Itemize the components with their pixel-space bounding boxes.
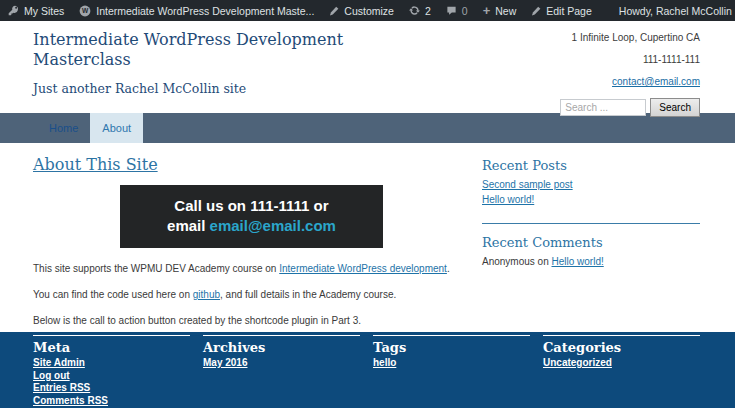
admin-bar: My Sites W Intermediate WordPress Develo… bbox=[0, 0, 735, 21]
recent-post-link[interactable]: Second sample post bbox=[482, 177, 700, 192]
header-info: 1 Infinite Loop, Cupertino CA 111-1111-1… bbox=[560, 32, 700, 117]
paragraph-2: You can find the code used here on githu… bbox=[33, 287, 473, 303]
recent-comments-title: Recent Comments bbox=[482, 235, 700, 250]
plus-icon: + bbox=[483, 6, 491, 16]
footer: Meta Site Admin Log out Entries RSS Comm… bbox=[0, 332, 735, 408]
site-header: Intermediate WordPress Development Maste… bbox=[0, 21, 735, 113]
admin-bar-right: Howdy, Rachel McCollin bbox=[607, 0, 735, 21]
p2-text: You can find the code used here on bbox=[33, 289, 193, 300]
site-title-line2: Masterclass bbox=[33, 50, 131, 69]
footer-link-log-out[interactable]: Log out bbox=[33, 370, 190, 383]
comment-icon bbox=[446, 5, 457, 16]
comment-count: 0 bbox=[462, 5, 468, 17]
cta-line2-prefix: email bbox=[167, 217, 210, 234]
github-link[interactable]: github bbox=[193, 289, 220, 300]
main-nav: Home About bbox=[0, 113, 735, 143]
comment-post-link[interactable]: Hello world! bbox=[552, 256, 604, 267]
page-title[interactable]: About This Site bbox=[33, 155, 158, 174]
footer-column-categories: Categories Uncategorized bbox=[543, 335, 700, 408]
footer-column-archives: Archives May 2016 bbox=[203, 335, 360, 408]
recent-comment: Anonymous on Hello world! bbox=[482, 254, 700, 269]
widget-divider bbox=[482, 223, 700, 224]
footer-link-uncategorized[interactable]: Uncategorized bbox=[543, 357, 700, 370]
footer-categories-title: Categories bbox=[543, 340, 700, 355]
site-name-menu[interactable]: W Intermediate WordPress Development Mas… bbox=[79, 0, 314, 21]
main-area: About This Site Call us on 111-1111 or e… bbox=[0, 143, 735, 332]
footer-column-tags: Tags hello bbox=[373, 335, 530, 408]
page: My Sites W Intermediate WordPress Develo… bbox=[0, 0, 735, 408]
header-email-link[interactable]: contact@email.com bbox=[612, 76, 700, 87]
new-label: New bbox=[495, 5, 516, 17]
search-button[interactable]: Search bbox=[650, 98, 700, 117]
update-count: 2 bbox=[425, 5, 431, 17]
footer-column-meta: Meta Site Admin Log out Entries RSS Comm… bbox=[33, 335, 190, 408]
footer-link-entries-rss[interactable]: Entries RSS bbox=[33, 382, 190, 395]
cta-box: Call us on 111-1111 or email email@email… bbox=[120, 185, 383, 248]
sidebar: Recent Posts Second sample post Hello wo… bbox=[482, 143, 700, 332]
site-title[interactable]: Intermediate WordPress Development Maste… bbox=[33, 30, 343, 70]
admin-bar-left: My Sites W Intermediate WordPress Develo… bbox=[8, 0, 607, 21]
comment-author: Anonymous on bbox=[482, 256, 552, 267]
new-content-menu[interactable]: + New bbox=[483, 0, 517, 21]
recent-posts-title: Recent Posts bbox=[482, 158, 700, 173]
site-name-label: Intermediate WordPress Development Maste… bbox=[96, 5, 314, 17]
my-account-menu[interactable]: Howdy, Rachel McCollin bbox=[619, 0, 735, 21]
edit-page-menu[interactable]: Edit Page bbox=[531, 0, 592, 21]
recent-post-link[interactable]: Hello world! bbox=[482, 192, 700, 207]
paragraph-3: Below is the call to action button creat… bbox=[33, 313, 473, 329]
footer-link-comments-rss[interactable]: Comments RSS bbox=[33, 395, 190, 408]
nav-item-about[interactable]: About bbox=[90, 113, 143, 143]
content-column: About This Site Call us on 111-1111 or e… bbox=[33, 143, 473, 332]
p2-text-after: , and full details in the Academy course… bbox=[220, 289, 396, 300]
footer-link-hello-tag[interactable]: hello bbox=[373, 357, 530, 370]
header-address: 1 Infinite Loop, Cupertino CA bbox=[560, 32, 700, 43]
customize-label: Customize bbox=[344, 5, 394, 17]
my-sites-menu[interactable]: My Sites bbox=[8, 0, 64, 21]
nav-item-home[interactable]: Home bbox=[37, 113, 90, 143]
header-search-form: Search bbox=[560, 98, 700, 117]
customize-menu[interactable]: Customize bbox=[329, 0, 394, 21]
footer-archives-title: Archives bbox=[203, 340, 360, 355]
wordpress-logo-icon: W bbox=[79, 5, 91, 17]
key-icon bbox=[8, 5, 19, 16]
cta-line1: Call us on 111-1111 or bbox=[174, 197, 328, 214]
site-tagline: Just another Rachel McCollin site bbox=[33, 81, 246, 96]
p1-text-after: . bbox=[447, 263, 450, 274]
footer-link-site-admin[interactable]: Site Admin bbox=[33, 357, 190, 370]
comments-menu[interactable]: 0 bbox=[446, 0, 468, 21]
pencil-icon bbox=[329, 6, 339, 16]
cta-email-link[interactable]: email@email.com bbox=[210, 217, 336, 234]
footer-meta-title: Meta bbox=[33, 340, 190, 355]
pencil-icon bbox=[531, 6, 541, 16]
my-sites-label: My Sites bbox=[24, 5, 64, 17]
updates-menu[interactable]: 2 bbox=[409, 0, 431, 21]
footer-link-may-2016[interactable]: May 2016 bbox=[203, 357, 360, 370]
edit-page-label: Edit Page bbox=[546, 5, 592, 17]
update-icon bbox=[409, 5, 420, 16]
search-input[interactable] bbox=[560, 99, 646, 116]
footer-tags-title: Tags bbox=[373, 340, 530, 355]
paragraph-1: This site supports the WPMU DEV Academy … bbox=[33, 261, 473, 277]
header-phone: 111-1111-111 bbox=[560, 54, 700, 65]
course-link[interactable]: Intermediate WordPress development bbox=[279, 263, 447, 274]
p1-text: This site supports the WPMU DEV Academy … bbox=[33, 263, 279, 274]
svg-text:W: W bbox=[82, 7, 89, 14]
howdy-label: Howdy, Rachel McCollin bbox=[619, 5, 732, 17]
site-title-line1: Intermediate WordPress Development bbox=[33, 30, 343, 49]
